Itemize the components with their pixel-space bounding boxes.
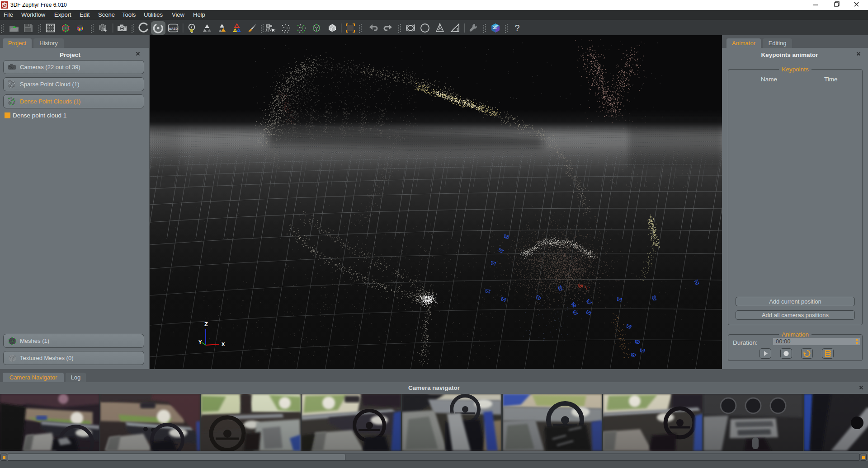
svg-text:Z: Z — [204, 321, 208, 328]
svg-text:?: ? — [514, 23, 519, 33]
svg-text:WASD: WASD — [169, 27, 178, 30]
svg-text:Y: Y — [198, 339, 202, 345]
svg-text:X: X — [222, 342, 225, 347]
